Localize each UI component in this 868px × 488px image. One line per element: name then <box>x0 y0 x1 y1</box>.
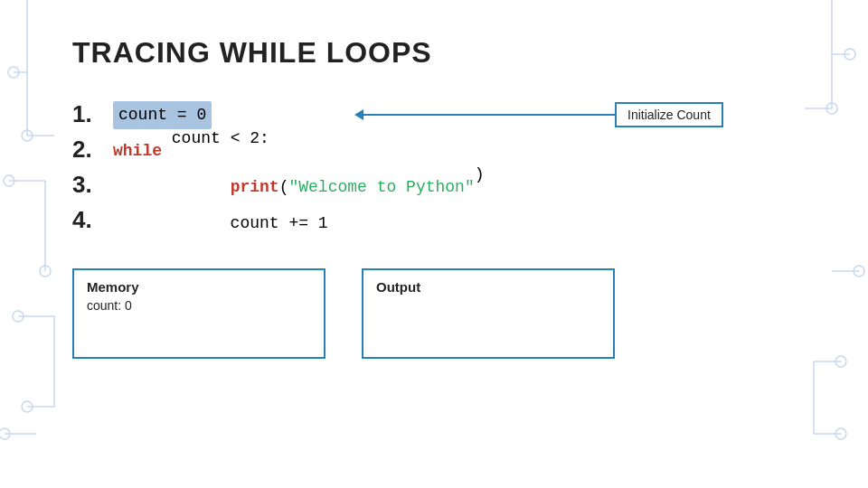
highlighted-code: count = 0 <box>113 101 212 129</box>
line-num-3: 3. <box>72 167 104 202</box>
annotation-box: Initialize Count <box>615 102 723 127</box>
code-line-4: count += 1 <box>113 205 533 241</box>
memory-box-title: Memory <box>87 279 311 295</box>
line-numbers: 1. 2. 3. 4. <box>72 97 104 238</box>
line-num-1: 1. <box>72 97 104 132</box>
memory-box: Memory count: 0 <box>72 268 326 359</box>
line-num-4: 4. <box>72 202 104 238</box>
line-num-2: 2. <box>72 132 104 167</box>
keyword-while: while <box>113 139 162 164</box>
code-section: 1. 2. 3. 4. count = 0 while count < 2: p… <box>72 97 796 241</box>
output-box-title: Output <box>376 279 600 295</box>
arrow-line <box>362 114 615 116</box>
page-title: TRACING WHILE LOOPS <box>72 36 796 70</box>
memory-box-content: count: 0 <box>87 298 311 313</box>
boxes-row: Memory count: 0 Output <box>72 268 796 359</box>
arrow-annotation: Initialize Count <box>362 102 723 127</box>
main-content: TRACING WHILE LOOPS 1. 2. 3. 4. count = … <box>0 0 868 395</box>
output-box: Output <box>362 268 615 359</box>
